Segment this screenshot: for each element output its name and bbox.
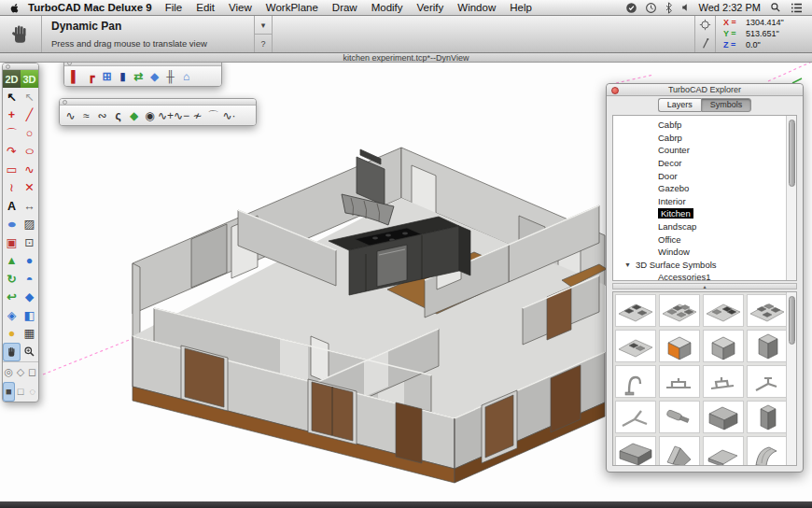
symbol-thumb-faucet-angled[interactable] — [747, 365, 788, 398]
symbol-thumb-cabinet-narrow[interactable] — [747, 401, 788, 433]
menu-clock[interactable]: Wed 2:32 PM — [699, 2, 761, 13]
symbol-thumb-cabinet-tall[interactable] — [747, 330, 788, 362]
hemisphere-3d-tool[interactable]: ◓ — [21, 270, 38, 289]
menu-verify[interactable]: Verify — [417, 2, 444, 13]
symbol-thumb-faucet-gooseneck[interactable] — [615, 365, 656, 398]
circle-tool[interactable]: ○ — [21, 124, 38, 143]
node-edit-tool[interactable]: ⊡ — [21, 233, 38, 252]
document-title-bar[interactable]: kitchen experiment.tcp*--DynView — [0, 53, 812, 63]
modify-curve-tool[interactable]: ≀ — [3, 179, 21, 198]
view-iso-3[interactable]: ◻ — [26, 362, 38, 382]
arc-tool[interactable]: ⌒ — [3, 124, 21, 143]
menu-help[interactable]: Help — [510, 2, 532, 13]
menu-modify[interactable]: Modify — [371, 2, 403, 13]
bluetooth-icon[interactable] — [665, 2, 673, 14]
symbol-folder-interior[interactable]: Interior — [613, 195, 785, 208]
symbol-folder-gazebo[interactable]: Gazebo — [613, 182, 785, 195]
drawing-canvas[interactable]: 2D 3D ↖↖+╱⌒○↷○▭∿≀✕A↔●▨▣⊡▲●↻◓↩◆◈◧●▦ ◎◇◻■□… — [0, 63, 812, 501]
sphere-3d-tool[interactable]: ● — [21, 252, 38, 271]
view-iso-1[interactable]: ◎ — [3, 362, 15, 382]
railing-tool[interactable]: ╫ — [162, 67, 178, 85]
material-tool[interactable]: ● — [3, 325, 21, 344]
subgroup-accessories1[interactable]: Accessories1 — [613, 271, 785, 281]
line-tool[interactable]: ╱ — [21, 106, 38, 125]
symbol-folder-office[interactable]: Office — [613, 233, 785, 246]
interpolated-spline-tool[interactable]: ≈ — [78, 106, 94, 124]
tab-layers[interactable]: Layers — [658, 98, 701, 112]
add-node-tool[interactable]: ∿+ — [158, 106, 174, 124]
rectangle-tool[interactable]: ▭ — [3, 161, 21, 179]
symbol-thumb-cabinet-gray[interactable] — [703, 330, 744, 362]
menu-workplane[interactable]: WorkPlane — [266, 2, 318, 13]
symbol-grid-scroll-thumb[interactable] — [789, 296, 795, 345]
sweep-3d-tool[interactable]: ↩ — [3, 289, 21, 307]
symbol-folder-window[interactable]: Window — [613, 246, 785, 259]
symbol-folder-list[interactable]: CabfpCabrpCounterDecorDoorGazeboInterior… — [612, 115, 797, 281]
text-tool[interactable]: A — [3, 197, 21, 216]
symbol-grid-scrollbar[interactable] — [786, 292, 796, 465]
ellipse-tool[interactable]: ○ — [21, 143, 38, 162]
split-3d-tool[interactable]: ◧ — [21, 306, 38, 325]
hatch-tool[interactable]: ▨ — [21, 216, 38, 234]
symbol-folder-landscap[interactable]: Landscap — [613, 220, 785, 233]
explorer-title-bar[interactable]: TurboCAD Explorer — [607, 84, 803, 96]
window-tool[interactable]: ⊞ — [99, 67, 115, 85]
wall-tool[interactable]: ▌ — [67, 67, 83, 85]
spline-tool[interactable]: ∿ — [21, 161, 38, 179]
explorer-splitter[interactable]: ▴ — [612, 283, 797, 289]
symbol-thumb-countertop-2[interactable] — [659, 294, 700, 327]
door-tool[interactable]: ▮ — [115, 67, 131, 85]
spotlight-icon[interactable] — [770, 2, 781, 13]
cone-3d-tool[interactable]: ▲ — [3, 252, 21, 271]
prism-3d-tool[interactable]: ◈ — [3, 306, 21, 325]
menu-edit[interactable]: Edit — [196, 2, 215, 13]
symbol-folder-kitchen[interactable]: Kitchen — [613, 207, 785, 220]
remove-node-tool[interactable]: ∿− — [174, 106, 189, 124]
folder-list-scroll-thumb[interactable] — [789, 120, 795, 187]
menu-draw[interactable]: Draw — [332, 2, 357, 13]
folder-list-scrollbar[interactable] — [786, 116, 796, 280]
view-iso-2[interactable]: ◇ — [15, 362, 27, 382]
symbol-thumb-countertop-5[interactable] — [615, 330, 656, 362]
notification-list-icon[interactable] — [791, 3, 803, 13]
cross-tool[interactable]: ✕ — [21, 179, 38, 198]
slab-tool[interactable]: ◆ — [147, 67, 162, 85]
symbol-folder-decor[interactable]: Decor — [613, 157, 785, 170]
symbol-thumb-appliance-wide[interactable] — [615, 436, 656, 466]
symbol-thumb-countertop-4[interactable] — [747, 294, 788, 327]
symbol-thumb-faucet-bar-2[interactable] — [703, 365, 744, 398]
zoom-tool[interactable] — [21, 343, 38, 361]
menu-view[interactable]: View — [229, 2, 252, 13]
symbol-thumb-hood-flat[interactable] — [703, 436, 744, 466]
app-menu[interactable]: TurboCAD Mac Deluxe 9 — [28, 2, 152, 13]
select-open-tool[interactable]: ↖ — [21, 88, 38, 106]
symbol-thumb-faucet-bar-1[interactable] — [659, 365, 700, 398]
spline-toolbar-close-button[interactable] — [63, 100, 67, 105]
group-3d-surface-symbols[interactable]: ▼3D Surface Symbols — [613, 259, 785, 272]
multi-spline-tool[interactable]: ∾ — [94, 106, 110, 124]
symbol-folder-counter[interactable]: Counter — [613, 144, 785, 157]
symbol-thumb-faucet-lever[interactable] — [615, 401, 656, 433]
spiral-curve-tool[interactable]: ◉ — [142, 106, 158, 124]
spline-by-points-tool[interactable]: ∿ — [63, 106, 78, 124]
mode-3d-button[interactable]: 3D — [21, 70, 38, 88]
symbol-thumb-countertop-1[interactable] — [615, 294, 656, 327]
refine-curve-tool[interactable]: ∿· — [221, 106, 237, 124]
pan-tool[interactable] — [3, 343, 21, 361]
dimension-tool[interactable]: ↔ — [21, 197, 38, 216]
symbol-folder-cabrp[interactable]: Cabrp — [613, 132, 785, 145]
explorer-close-button[interactable] — [611, 87, 619, 94]
symbol-thumb-sprayer[interactable] — [659, 401, 700, 433]
corner-wall-tool[interactable]: ┏ — [83, 67, 99, 85]
symbol-folder-cabfp[interactable]: Cabfp — [613, 119, 785, 132]
menu-file[interactable]: File — [165, 2, 183, 13]
symbol-folder-door[interactable]: Door — [613, 169, 785, 182]
symbol-thumb-cabinet-orange[interactable] — [659, 330, 700, 362]
symbol-thumb-hood-wedge[interactable] — [659, 436, 700, 466]
tool-help-button[interactable]: ? — [255, 35, 272, 52]
view-hidden-line[interactable]: ◌ — [26, 382, 38, 402]
cube-3d-tool[interactable]: ◆ — [21, 289, 38, 307]
palette-title-bar[interactable] — [3, 64, 38, 70]
symbol-thumb-refrigerator[interactable] — [703, 401, 744, 433]
tab-symbols[interactable]: Symbols — [701, 98, 752, 112]
